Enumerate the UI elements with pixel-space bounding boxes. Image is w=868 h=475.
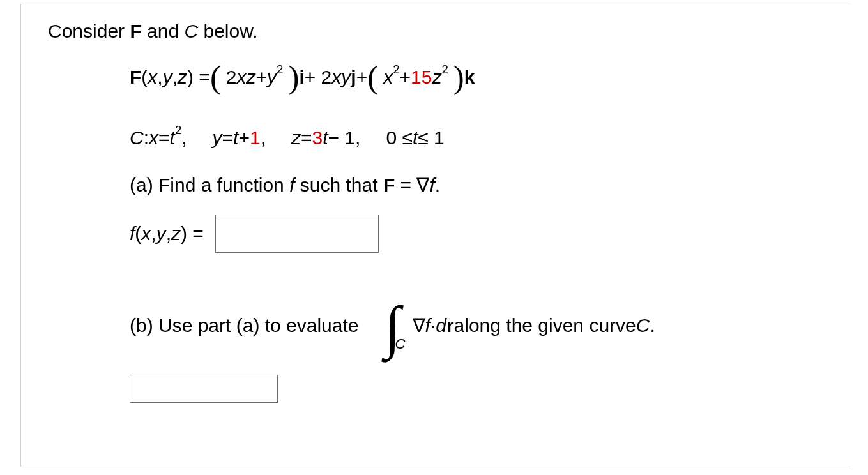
fxyz-close: ) = [181,222,204,246]
curve-z-t: t [323,126,328,150]
part-a-mid: such that [294,174,383,195]
panel-bottom-border [20,467,851,467]
part-b-r: r [446,313,454,338]
curve-z: z [291,126,301,150]
lhs-open: ( [141,65,148,89]
panel-left-border [20,4,21,467]
dot-op: · [430,313,436,338]
plus-4: + [400,65,411,89]
curve-definition: C: x = t2, y = t + 1, z = 3t − 1, 0 ≤ t … [48,126,853,150]
integral-icon: ∫ C [373,300,413,351]
unit-k: k [464,65,475,89]
curve-t1: t [170,126,175,150]
intro-line: Consider F and C below. [48,19,853,43]
term-15-red: 15 [411,65,432,89]
lhs-F: F [130,65,141,89]
curve-z-3-red: 3 [312,126,323,150]
part-b-answer-row [48,366,853,403]
fxyz-c2: , [166,222,171,246]
curve-y-plus: + [238,126,250,150]
integral-sub-C: C [395,335,406,353]
part-a-answer-input[interactable] [216,215,378,252]
question-content: Consider F and C below. F(x, y, z) = (2x… [48,6,853,403]
curve-t1-sup: 2 [175,123,181,137]
curve-y-1-red: 1 [250,126,261,150]
range-end: ≤ 1 [418,126,444,150]
intro-C: C [184,20,198,41]
unit-i: i [299,65,304,89]
curve-y-t: t [233,126,238,150]
term-x2a: x [383,65,393,89]
curve-comma1: , [181,126,187,150]
curve-C: C [130,126,144,150]
grad-symbol: ∇ [413,313,425,338]
term-y: y [267,65,277,89]
part-b-end: . [650,313,655,338]
part-b-answer-input[interactable] [130,375,277,402]
part-b-label: (b) Use part (a) to evaluate [130,313,359,338]
part-b-C: C [636,313,650,338]
fxyz-c1: , [151,222,156,246]
lhs-y: y [163,65,172,89]
part-b-along: along the given curve [454,313,636,338]
intro-suffix: below. [198,20,257,41]
curve-z-eq: = [301,126,312,150]
curve-x: x [149,126,158,150]
part-a-eq: = ∇ [395,174,429,195]
fxyz-z: z [171,222,181,246]
plus-3: + [356,65,368,89]
term-xz: xz [237,65,256,89]
curve-comma2: , [261,126,266,150]
fxyz-y: y [156,222,166,246]
part-b-f: f [425,313,430,338]
term-z: z [432,65,441,89]
term-2: 2 [226,65,237,89]
lhs-x: x [148,65,157,89]
term-xy: xy [331,65,351,89]
part-b-d: d [436,313,446,338]
plus-2: + 2 [305,65,332,89]
part-a-f2: f [429,174,434,195]
curve-y: y [213,126,222,150]
range-t: t [413,126,418,150]
panel-top-border [20,4,851,4]
part-a-label: (a) Find a function [130,174,289,195]
part-a-dot: . [435,174,440,195]
question-panel: Consider F and C below. F(x, y, z) = (2x… [0,0,868,475]
vector-field-formula: F(x, y, z) = (2xz + y2) i + 2xy j + (x2 … [48,65,853,89]
lhs-c1: , [157,65,162,89]
fxyz-row: f(x, y, z) = [48,215,853,253]
part-b-answer-box[interactable] [130,375,278,403]
intro-F: F [130,20,141,41]
lhs-z: z [178,65,187,89]
curve-eq1: = [158,126,170,150]
part-a-prompt: (a) Find a function f such that F = ∇f. [48,173,853,197]
intro-prefix: Consider [48,20,130,41]
term-x2b: 2 [393,62,399,77]
part-b-prompt: (b) Use part (a) to evaluate ∫ C ∇f · dr… [48,300,853,351]
curve-colon: : [144,126,149,150]
lhs-c2: , [172,65,178,89]
curve-eq2: = [222,126,234,150]
curve-z-minus: − 1, [328,126,361,150]
plus-1: + [256,65,268,89]
term-y-sup: 2 [277,62,283,77]
intro-mid: and [142,20,185,41]
fxyz-open: ( [135,222,141,246]
range-start: 0 ≤ [386,126,412,150]
fxyz-f: f [130,222,135,246]
lhs-close: ) = [187,65,210,89]
fxyz-x: x [141,222,151,246]
part-a-F: F [383,174,395,195]
unit-j: j [351,65,356,89]
term-z-sup: 2 [441,62,448,77]
part-a-answer-box[interactable] [215,215,379,253]
